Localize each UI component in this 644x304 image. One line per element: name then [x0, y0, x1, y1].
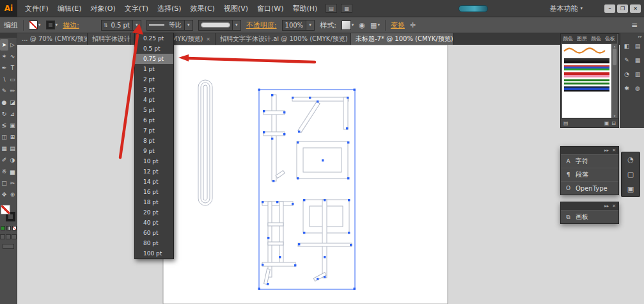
document-tab[interactable]: ... @ 70% (CMYK/预览)	[17, 33, 88, 45]
collapse-panel-icon[interactable]: ▸▸	[604, 148, 609, 153]
brush-definition-combo[interactable]: ▾	[198, 20, 241, 31]
tool-paintbrush-icon[interactable]: ✎	[0, 85, 8, 97]
arrange-documents-icon[interactable]: ▦	[341, 4, 352, 13]
collapsed-panel-icon[interactable]: ▤	[632, 42, 643, 51]
panel-tab-swatches[interactable]: 色板	[603, 34, 617, 44]
brush-dropdown-button[interactable]: ▾	[232, 20, 240, 30]
document-tab[interactable]: 招聘字体设计...	[88, 33, 131, 45]
style-picker[interactable]: ▾	[342, 20, 354, 30]
restore-button[interactable]: ❐	[617, 4, 628, 13]
chevron-down-icon[interactable]: ▾	[38, 22, 41, 28]
fill-stroke-indicator[interactable]	[1, 205, 16, 223]
stroke-weight-option[interactable]: 14 pt	[135, 177, 173, 187]
scrollbar-thumb[interactable]	[613, 49, 617, 65]
menu-view[interactable]: 视图(V)	[219, 0, 253, 17]
recolor-artwork-icon[interactable]: ◉	[359, 21, 365, 29]
brush-item-red[interactable]	[564, 72, 609, 77]
stroke-weight-option[interactable]: 8 pt	[135, 136, 173, 146]
none-button[interactable]	[12, 226, 17, 230]
stroke-weight-option[interactable]: 4 pt	[135, 95, 173, 105]
tool-rotate-icon[interactable]: ↻	[0, 108, 8, 120]
menu-help[interactable]: 帮助(H)	[288, 0, 322, 17]
panel-tab-brushes[interactable]: 画笔	[617, 34, 618, 44]
collapsed-panel-icon[interactable]: ◔	[622, 152, 640, 167]
opacity-dropdown-button[interactable]: ▾	[306, 20, 314, 30]
tool-gradient-icon[interactable]: ▤	[8, 143, 17, 154]
menu-edit[interactable]: 编辑(E)	[53, 0, 86, 17]
canvas-svg[interactable]	[17, 45, 644, 304]
tool-artboard-icon[interactable]: □	[0, 177, 8, 189]
canvas-area[interactable]	[17, 45, 644, 304]
grid-icon[interactable]: ▦	[370, 21, 377, 29]
gradient-button[interactable]	[6, 226, 11, 230]
tool-blend-icon[interactable]: ◑	[8, 154, 17, 166]
document-tab-active[interactable]: 未标题-7* @ 100% (CMYK/预览) ✕	[351, 33, 453, 45]
style-swatch[interactable]	[342, 20, 351, 30]
chevron-down-icon[interactable]: ▾	[377, 22, 380, 28]
stroke-weight-option[interactable]: 12 pt	[135, 166, 173, 177]
tool-magic-wand-icon[interactable]: ✶	[0, 51, 8, 62]
opacity-panel-link[interactable]: 不透明度:	[246, 20, 277, 30]
draw-normal-button[interactable]	[0, 234, 5, 239]
tool-eraser-icon[interactable]: ◪	[8, 97, 17, 108]
minimize-button[interactable]: –	[604, 4, 615, 13]
tool-direct-selection-icon[interactable]: ▷	[8, 39, 17, 51]
outlined-bar-shape[interactable]	[198, 80, 212, 205]
panel-item-artboards[interactable]: ⧉ 画板	[561, 210, 618, 223]
draw-behind-button[interactable]	[6, 234, 11, 239]
chevron-down-icon[interactable]: ▾	[56, 22, 58, 28]
menu-select[interactable]: 选择(S)	[153, 0, 186, 17]
color-button[interactable]	[1, 226, 5, 230]
panel-tab-layers[interactable]: 图层	[575, 34, 589, 44]
tool-rectangle-icon[interactable]: ▭	[8, 74, 17, 85]
stroke-weight-option[interactable]: 16 pt	[135, 187, 173, 197]
tool-free-transform-icon[interactable]: ▣	[8, 120, 17, 131]
brush-item-green[interactable]	[564, 79, 609, 84]
menu-file[interactable]: 文件(F)	[20, 0, 53, 17]
stroke-weight-option[interactable]: 6 pt	[135, 115, 173, 125]
transform-panel-link[interactable]: 变换	[391, 20, 405, 30]
panel-item-character[interactable]: A 字符	[561, 154, 618, 168]
stroke-color-control[interactable]: ▾	[46, 20, 58, 29]
brush-item-art-orange-wave[interactable]	[562, 44, 611, 56]
tool-blob-brush-icon[interactable]: ●	[0, 97, 8, 108]
collapse-panel-icon[interactable]: ▸▸	[604, 204, 609, 209]
tools-panel-header[interactable]	[0, 33, 17, 38]
brush-item-multicolor[interactable]	[564, 65, 609, 70]
stroke-weight-option[interactable]: 5 pt	[135, 105, 173, 115]
tool-shape-builder-icon[interactable]: ◫	[0, 131, 8, 143]
new-brush-icon[interactable]: ▣	[604, 120, 609, 126]
stroke-weight-value[interactable]: 0.5 pt	[108, 22, 132, 29]
collapsed-panel-icon[interactable]: ◔	[622, 70, 632, 79]
stroke-weight-option[interactable]: 10 pt	[135, 156, 173, 166]
brushes-scrollbar[interactable]: ▴ ▾	[612, 44, 617, 118]
chevron-down-icon[interactable]: ▾	[352, 22, 354, 28]
tool-mesh-icon[interactable]: ▦	[0, 143, 8, 154]
scroll-up-icon[interactable]: ▴	[614, 44, 616, 48]
collapsed-panel-icon[interactable]: ▦	[632, 56, 643, 65]
delete-brush-icon[interactable]: ⊟	[611, 120, 616, 126]
tool-column-graph-icon[interactable]: ▅	[8, 166, 17, 177]
bridge-icon[interactable]: ▤	[326, 4, 337, 13]
menu-window[interactable]: 窗口(W)	[253, 0, 288, 17]
collapsed-panel-icon[interactable]: ▣	[622, 182, 640, 196]
app-bar-widget[interactable]	[459, 5, 488, 12]
stroke-weight-option[interactable]: 1 pt	[135, 64, 173, 74]
tool-lasso-icon[interactable]: ∿	[8, 51, 17, 62]
collapsed-panel-icon[interactable]: ◍	[632, 84, 643, 93]
tool-line-segment-icon[interactable]: ∖	[0, 74, 8, 85]
panel-item-paragraph[interactable]: ¶ 段落	[561, 168, 618, 181]
stroke-profile-combo[interactable]: 等比 ▾	[146, 20, 193, 31]
menu-effect[interactable]: 效果(C)	[186, 0, 219, 17]
brush-item-blue[interactable]	[564, 86, 609, 92]
stroke-weight-option[interactable]: 3 pt	[135, 84, 173, 95]
opacity-value[interactable]: 100%	[283, 22, 306, 29]
panel-tab-color-guide[interactable]: 颜色	[589, 34, 603, 44]
close-panel-icon[interactable]: ✕	[612, 204, 616, 209]
collapsed-panel-icon[interactable]: ▢	[622, 167, 640, 182]
tool-selection-icon[interactable]: ➤	[0, 39, 8, 51]
stroke-swatch[interactable]	[46, 20, 55, 29]
opacity-combo[interactable]: 100% ▾	[282, 20, 315, 31]
collapsed-panel-icon[interactable]: ✎	[622, 56, 632, 65]
tool-hand-icon[interactable]: ✥	[0, 189, 8, 200]
